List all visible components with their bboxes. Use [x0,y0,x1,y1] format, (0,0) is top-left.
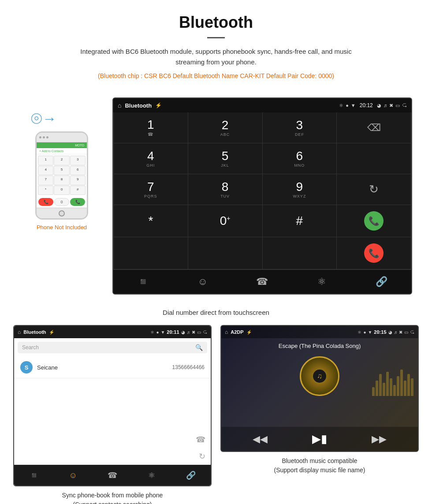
main-section: ⦾→ MOTO + Add to Contacts 1 2 3 4 5 [0,89,432,303]
phonebook-caption-line1: Sync phone-book from mobile phone [62,492,163,499]
back-icon: ⮎ [402,103,407,108]
pb-status-left: ⌂ Bluetooth ⚡ [18,329,54,335]
dialpad-container: 1 ☎ 2 ABC 3 DEF ⌫ 4 GHI [113,112,411,269]
music-caption: Bluetooth music compatible (Support disp… [220,456,419,475]
dial-key-star[interactable]: * [114,205,188,237]
android-dialpad-screen: ⌂ Bluetooth ⚡ ⚛ ● ▼ 20:12 ◕ ♬ ✖ ▭ ⮎ 1 [112,97,412,295]
dial-empty-row5-2 [188,237,263,269]
phone-key-1[interactable]: 1 [38,156,53,165]
dial-caption: Dial number direct from touchscreen [0,309,432,316]
pb-refresh-side-icon[interactable]: ↻ [199,452,205,461]
phone-dot-3 [46,136,48,138]
phone-key-5[interactable]: 5 [54,166,69,175]
toolbar-dialpad-icon[interactable]: ◾ [113,273,173,290]
dial-empty-row5-1 [114,237,188,269]
music-sig-icon: ▼ [368,330,372,335]
call-button[interactable]: 📞 [364,211,384,231]
dial-key-4[interactable]: 4 GHI [114,143,188,174]
pb-tb-phone[interactable]: ☎ [93,469,132,482]
dial-empty-1: ⌫ [337,112,411,143]
pb-contact-row[interactable]: S Seicane 13566664466 [14,357,211,378]
dial-key-0[interactable]: 0+ [188,205,263,237]
phone-keypad: 1 2 3 4 5 6 7 8 9 * 0 # [37,154,87,196]
dial-key-9[interactable]: 9 WXYZ [263,174,337,205]
home-icon: ⌂ [118,102,121,109]
dial-key-7[interactable]: 7 PQRS [114,174,188,205]
phone-key-8[interactable]: 8 [54,175,69,185]
header-divider [207,37,225,38]
dial-redial[interactable]: ↻ [337,174,411,205]
dial-hangup-btn[interactable]: 📞 [337,237,411,269]
music-status-right: ⚛ ● ▼ 20:15 ◕ ♬ ✖ ▭ ⮎ [358,329,414,335]
music-screenshot: ⌂ A2DP ⚡ ⚛ ● ▼ 20:15 ◕ ♬ ✖ ▭ ⮎ [220,325,419,452]
volume-icon: ♬ [384,103,387,108]
phone-key-6[interactable]: 6 [70,166,86,175]
pb-back-icon: ⮎ [203,330,207,335]
pb-call-side-icon[interactable]: ☎ [196,435,205,444]
toolbar-link-icon[interactable]: 🔗 [352,273,411,290]
pb-tb-dialpad[interactable]: ◾ [14,469,53,482]
dial-key-3[interactable]: 3 DEF [263,112,337,143]
eq-bar-9 [400,370,403,396]
toolbar-phone-icon[interactable]: ☎ [232,273,292,290]
dial-key-1[interactable]: 1 ☎ [114,112,188,143]
phone-key-7[interactable]: 7 [38,175,53,185]
music-caption-line2: (Support display music file name) [274,467,365,474]
eq-bar-7 [393,385,396,396]
phone-graphic: MOTO + Add to Contacts 1 2 3 4 5 6 7 8 9… [35,131,88,220]
music-status-bar: ⌂ A2DP ⚡ ⚛ ● ▼ 20:15 ◕ ♬ ✖ ▭ ⮎ [221,326,418,338]
pb-screen-icon: ▭ [197,330,201,335]
pb-search-bar[interactable]: Search 🔍 [18,342,207,353]
pb-tb-bluetooth[interactable]: ⚛ [132,469,171,482]
phone-top-bar [37,133,87,142]
phone-key-0[interactable]: 0 [54,186,69,195]
location-icon: ● [346,103,349,108]
phone-key-2[interactable]: 2 [54,156,69,165]
music-loc-icon: ● [363,330,366,335]
prev-track-button[interactable]: ◀◀ [230,432,290,446]
music-disc-inner: ♫ [313,370,326,383]
phone-home-button[interactable] [59,210,65,217]
hangup-button[interactable]: 📞 [364,243,384,263]
phone-key-9[interactable]: 9 [70,175,86,185]
redial-icon: ↻ [369,183,379,196]
eq-bar-11 [407,374,410,396]
backspace-icon[interactable]: ⌫ [367,122,381,134]
eq-bar-8 [397,376,399,396]
pb-toolbar: ◾ ☺ ☎ ⚛ 🔗 [14,465,211,485]
eq-bar-1 [372,387,375,396]
toolbar-contacts-icon[interactable]: ☺ [173,273,232,290]
phone-key-4[interactable]: 4 [38,166,53,175]
dialpad-grid: 1 ☎ 2 ABC 3 DEF ⌫ 4 GHI [113,112,411,269]
camera-icon: ◕ [377,103,381,108]
page-header: Bluetooth Integrated with BC6 Bluetooth … [0,0,432,89]
bluetooth-signal-icon: ⦾→ [31,111,56,127]
dial-empty-2 [337,143,411,174]
pb-tb-contacts[interactable]: ☺ [53,469,93,482]
music-screen-icon: ▭ [404,330,408,335]
dial-key-5[interactable]: 5 JKL [188,143,263,174]
phone-screen-top: MOTO [37,142,87,148]
pb-avatar: S [20,361,33,373]
dial-key-2[interactable]: 2 ABC [188,112,263,143]
toolbar-bluetooth-icon[interactable]: ⚛ [292,273,352,290]
phone-key-hash[interactable]: # [70,186,86,195]
dial-key-8[interactable]: 8 TUV [188,174,263,205]
dial-key-6[interactable]: 6 MNO [263,143,337,174]
pb-close-icon: ✖ [192,330,195,335]
dial-key-hash[interactable]: # [263,205,337,237]
play-pause-button[interactable]: ▶▮ [290,432,349,446]
music-screen: ⌂ A2DP ⚡ ⚛ ● ▼ 20:15 ◕ ♬ ✖ ▭ ⮎ [221,326,418,451]
music-controls: ◀◀ ▶▮ ▶▶ [221,427,418,451]
dialpad-toolbar: ◾ ☺ ☎ ⚛ 🔗 [113,269,411,294]
phone-key-star[interactable]: * [38,186,53,195]
dial-call-btn[interactable]: 📞 [337,205,411,237]
next-track-button[interactable]: ▶▶ [350,432,409,446]
phone-key-3[interactable]: 3 [70,156,86,165]
pb-contact-number: 13566664466 [172,364,205,370]
pb-title: Bluetooth [23,329,46,335]
pb-tb-link[interactable]: 🔗 [171,469,211,482]
music-spacer [221,400,418,427]
header-description: Integrated with BC6 Bluetooth module, su… [79,46,353,67]
close-icon: ✖ [389,103,393,108]
